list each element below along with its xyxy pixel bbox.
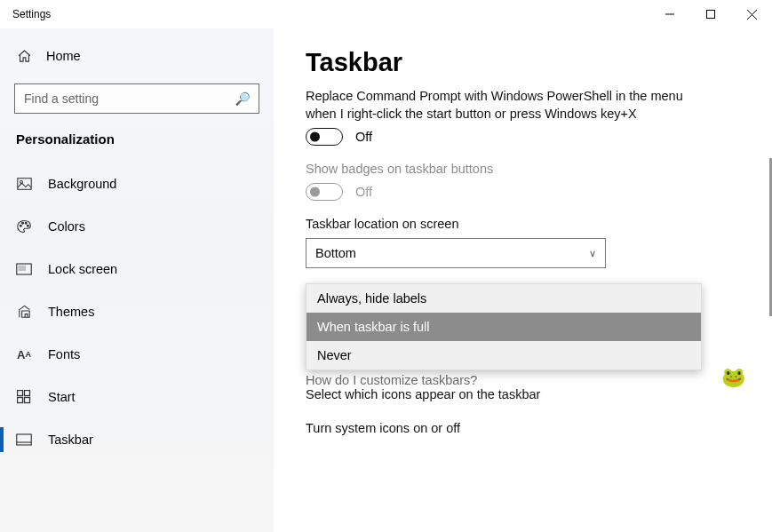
- titlebar: Settings: [0, 0, 772, 28]
- select-value: Bottom: [315, 246, 356, 260]
- maximize-button[interactable]: [690, 0, 731, 28]
- window-title: Settings: [12, 8, 51, 20]
- picture-icon: [16, 176, 32, 192]
- start-icon: [16, 389, 32, 405]
- powershell-setting-description: Replace Command Prompt with Windows Powe…: [306, 88, 688, 123]
- powershell-toggle-state: Off: [355, 130, 372, 144]
- sidebar-item-lockscreen[interactable]: Lock screen: [0, 248, 274, 290]
- minimize-button[interactable]: [649, 0, 690, 28]
- lockscreen-icon: [16, 261, 32, 277]
- main-content: Taskbar Replace Command Prompt with Wind…: [274, 28, 772, 532]
- customize-taskbar-link[interactable]: How do I customize taskbars?: [306, 373, 477, 387]
- desktop-mascot: 🐸: [721, 366, 745, 389]
- powershell-toggle[interactable]: [306, 128, 343, 146]
- dropdown-option-when-full[interactable]: When taskbar is full: [306, 313, 701, 341]
- page-title: Taskbar: [306, 48, 749, 77]
- search-icon: 🔍: [235, 91, 251, 106]
- svg-rect-4: [17, 179, 30, 190]
- badges-toggle: [306, 183, 343, 201]
- sidebar: Home 🔍 Personalization Background Colors: [0, 28, 274, 532]
- dropdown-option-always[interactable]: Always, hide labels: [306, 284, 701, 313]
- badges-toggle-state: Off: [355, 185, 372, 199]
- maximize-icon: [706, 10, 715, 19]
- sidebar-item-fonts[interactable]: AA Fonts: [0, 333, 274, 376]
- close-button[interactable]: [731, 0, 772, 28]
- toggle-row-badges: Off: [306, 183, 749, 201]
- sidebar-item-label: Colors: [48, 219, 85, 234]
- taskbar-icon: [16, 432, 32, 448]
- home-link[interactable]: Home: [0, 37, 274, 75]
- toggle-row-powershell: Off: [306, 128, 749, 146]
- location-setting-label: Taskbar location on screen: [306, 217, 749, 231]
- window-controls: [649, 0, 772, 28]
- sidebar-item-label: Taskbar: [48, 433, 93, 447]
- sidebar-item-colors[interactable]: Colors: [0, 205, 274, 248]
- svg-rect-12: [18, 391, 23, 396]
- svg-rect-14: [18, 398, 23, 403]
- section-header: Personalization: [0, 130, 274, 163]
- sidebar-item-background[interactable]: Background: [0, 163, 274, 205]
- search-wrap: 🔍: [14, 83, 259, 114]
- sidebar-item-label: Background: [48, 177, 116, 191]
- svg-rect-15: [25, 398, 30, 403]
- dropdown-option-never[interactable]: Never: [306, 341, 701, 369]
- system-icons-link[interactable]: Turn system icons on or off: [306, 421, 749, 435]
- sidebar-item-themes[interactable]: Themes: [0, 290, 274, 333]
- sidebar-item-label: Start: [48, 390, 76, 404]
- combine-buttons-dropdown: Always, hide labels When taskbar is full…: [306, 283, 702, 370]
- fonts-icon: AA: [16, 346, 32, 362]
- svg-rect-1: [707, 11, 715, 19]
- sidebar-item-taskbar[interactable]: Taskbar: [0, 418, 274, 461]
- sidebar-item-label: Lock screen: [48, 262, 117, 276]
- svg-rect-13: [25, 391, 30, 396]
- close-icon: [747, 10, 757, 20]
- sidebar-item-label: Fonts: [48, 347, 80, 361]
- home-icon: [16, 48, 32, 64]
- sidebar-item-label: Themes: [48, 305, 94, 319]
- minimize-icon: [665, 10, 674, 19]
- svg-point-8: [25, 222, 27, 224]
- toggle-knob: [310, 187, 320, 197]
- sidebar-item-start[interactable]: Start: [0, 376, 274, 418]
- svg-rect-11: [19, 266, 26, 270]
- taskbar-location-select[interactable]: Bottom ∨: [306, 238, 606, 268]
- svg-rect-16: [17, 434, 32, 445]
- chevron-down-icon: ∨: [589, 248, 596, 259]
- toggle-knob: [310, 132, 320, 142]
- svg-point-7: [22, 222, 24, 224]
- palette-icon: [16, 218, 32, 234]
- badges-setting-label: Show badges on taskbar buttons: [306, 162, 749, 176]
- search-input[interactable]: [14, 83, 259, 114]
- select-icons-link[interactable]: Select which icons appear on the taskbar: [306, 387, 749, 401]
- svg-point-6: [20, 225, 21, 226]
- themes-icon: [16, 304, 32, 320]
- settings-window: Settings Home 🔍: [0, 0, 772, 532]
- svg-point-9: [27, 225, 28, 226]
- home-label: Home: [46, 49, 81, 63]
- body: Home 🔍 Personalization Background Colors: [0, 28, 772, 532]
